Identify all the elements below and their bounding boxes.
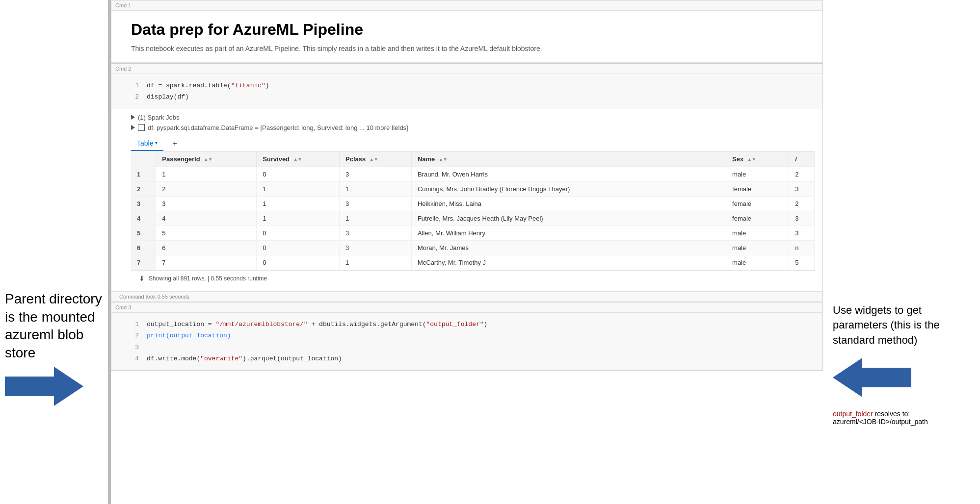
cell-name: McCarthy, Mr. Timothy J — [411, 255, 726, 270]
df-info[interactable]: df: pyspark.sql.dataframe.DataFrame = [P… — [131, 124, 815, 131]
code-line-2: 2 display(df) — [131, 91, 815, 102]
cell-rownum: 7 — [131, 255, 156, 270]
cell-sex: male — [726, 167, 789, 181]
left-arrow — [5, 367, 83, 406]
cell-passengerid: 3 — [156, 196, 257, 211]
right-arrow — [833, 358, 970, 397]
cell-passengerid: 1 — [156, 167, 257, 181]
spark-jobs[interactable]: (1) Spark Jobs — [131, 114, 815, 121]
cell-rownum: 2 — [131, 181, 156, 196]
cell-pclass: 3 — [340, 167, 412, 181]
notebook-subtitle: This notebook executes as part of an Azu… — [131, 45, 808, 52]
code-cell-2[interactable]: 1 df = spark.read.table("titanic") 2 dis… — [111, 74, 822, 109]
cell-name: Cumings, Mrs. John Bradley (Florence Bri… — [411, 181, 726, 196]
notebook-area: Cmd 1 Data prep for AzureML Pipeline Thi… — [111, 0, 823, 504]
cmd3-label: Cmd 3 — [111, 302, 822, 313]
col-header-survived[interactable]: Survived ▲▼ — [257, 151, 340, 167]
sort-arrows-name: ▲▼ — [439, 157, 448, 162]
cell-passengerid: 4 — [156, 211, 257, 226]
table-header-row: PassengerId ▲▼ Survived ▲▼ Pclass ▲▼ — [131, 151, 815, 167]
table-row: 6 6 0 3 Moran, Mr. James male n — [131, 240, 815, 255]
cell-survived: 0 — [257, 167, 340, 181]
tab-add-button[interactable]: + — [167, 136, 182, 151]
cell-passengerid: 7 — [156, 255, 257, 270]
cell-pclass: 1 — [340, 255, 412, 270]
cmd2-timing: Command took 0.55 seconds — [111, 291, 822, 302]
table-row: 4 4 1 1 Futrelle, Mrs. Jacques Heath (Li… — [131, 211, 815, 226]
table-body: 1 1 0 3 Braund, Mr. Owen Harris male 2 2… — [131, 167, 815, 270]
tab-table-label: Table — [137, 139, 153, 147]
table-row: 1 1 0 3 Braund, Mr. Owen Harris male 2 — [131, 167, 815, 181]
col-header-name[interactable]: Name ▲▼ — [411, 151, 726, 167]
cmd1-label: Cmd 1 — [111, 0, 822, 11]
title-cell: Data prep for AzureML Pipeline This note… — [111, 11, 822, 63]
col-header-passengerid[interactable]: PassengerId ▲▼ — [156, 151, 257, 167]
table-tabs: Table ▾ + — [131, 136, 815, 151]
code-cell-3[interactable]: 1 output_location = "/mnt/azuremlblobsto… — [111, 313, 822, 371]
arrow-head — [54, 367, 83, 406]
main-content: Cmd 1 Data prep for AzureML Pipeline Thi… — [108, 0, 823, 504]
cell-rownum: 6 — [131, 240, 156, 255]
table-row: 2 2 1 1 Cumings, Mrs. John Bradley (Flor… — [131, 181, 815, 196]
code-text-1: df = spark.read.table("titanic") — [147, 80, 269, 91]
right-annotation: Use widgets to get parameters (this is t… — [823, 0, 980, 504]
arrow-body — [5, 377, 54, 396]
sort-arrows-survived: ▲▼ — [293, 157, 302, 162]
notebook-title: Data prep for AzureML Pipeline — [131, 21, 808, 39]
cell-name: Heikkinen, Miss. Laina — [411, 196, 726, 211]
cmd3-cell: Cmd 3 1 output_location = "/mnt/azuremlb… — [111, 302, 823, 371]
cell-pclass: 1 — [340, 211, 412, 226]
table-row: 7 7 0 1 McCarthy, Mr. Timothy J male 5 — [131, 255, 815, 270]
cmd3-linenum-3: 3 — [131, 342, 139, 353]
cell-name: Braund, Mr. Owen Harris — [411, 167, 726, 181]
table-row: 3 3 1 3 Heikkinen, Miss. Laina female 2 — [131, 196, 815, 211]
cell-extra: 2 — [789, 196, 815, 211]
sort-arrows-sex: ▲▼ — [747, 157, 756, 162]
chevron-down-icon: ▾ — [155, 140, 158, 146]
line-num-2: 2 — [131, 91, 139, 102]
code-text-2: display(df) — [147, 91, 189, 102]
footer-text: Showing all 891 rows. | 0.55 seconds run… — [149, 275, 267, 282]
line-num-1: 1 — [131, 80, 139, 91]
cell-survived: 1 — [257, 211, 340, 226]
col-header-rownum[interactable] — [131, 151, 156, 167]
left-annotation: Parent directory is the mounted azureml … — [0, 0, 108, 504]
cell-extra: 5 — [789, 255, 815, 270]
left-annotation-text: Parent directory is the mounted azureml … — [5, 290, 103, 362]
download-icon[interactable]: ⬇ — [139, 275, 145, 282]
data-table-wrapper: PassengerId ▲▼ Survived ▲▼ Pclass ▲▼ — [131, 151, 815, 271]
cell-extra: 3 — [789, 181, 815, 196]
cell-extra: n — [789, 240, 815, 255]
cmd2-cell: Cmd 2 1 df = spark.read.table("titanic")… — [111, 63, 823, 302]
cmd3-line-2: 2 print(output_location) — [131, 330, 815, 341]
table-small-icon — [138, 124, 145, 131]
cell-pclass: 1 — [340, 181, 412, 196]
cmd3-text-1: output_location = "/mnt/azuremlblobstore… — [147, 319, 487, 330]
cell-rownum: 3 — [131, 196, 156, 211]
cell-passengerid: 6 — [156, 240, 257, 255]
cell-sex: female — [726, 181, 789, 196]
right-note: output_folder resolves to:azureml/<JOB-I… — [833, 410, 970, 426]
cell-sex: male — [726, 226, 789, 240]
sort-arrows-passengerid: ▲▼ — [204, 157, 212, 162]
right-note-link: output_folder — [833, 410, 873, 418]
cmd2-label: Cmd 2 — [111, 64, 822, 74]
tab-table[interactable]: Table ▾ — [131, 136, 163, 151]
output-area: (1) Spark Jobs df: pyspark.sql.dataframe… — [111, 109, 822, 291]
cmd3-line-4: 4 df.write.mode("overwrite").parquet(out… — [131, 353, 815, 364]
cmd3-text-4: df.write.mode("overwrite").parquet(outpu… — [147, 353, 342, 364]
cell-extra: 3 — [789, 211, 815, 226]
cell-name: Allen, Mr. William Henry — [411, 226, 726, 240]
cell-name: Futrelle, Mrs. Jacques Heath (Lily May P… — [411, 211, 726, 226]
cell-pclass: 3 — [340, 226, 412, 240]
cell-sex: male — [726, 240, 789, 255]
data-table: PassengerId ▲▼ Survived ▲▼ Pclass ▲▼ — [131, 151, 815, 270]
cell-rownum: 5 — [131, 226, 156, 240]
col-header-extra: / — [789, 151, 815, 167]
cell-rownum: 1 — [131, 167, 156, 181]
col-header-pclass[interactable]: Pclass ▲▼ — [340, 151, 412, 167]
table-footer: ⬇ Showing all 891 rows. | 0.55 seconds r… — [131, 271, 815, 286]
cell-survived: 1 — [257, 196, 340, 211]
df-info-text: df: pyspark.sql.dataframe.DataFrame = [P… — [148, 124, 408, 131]
col-header-sex[interactable]: Sex ▲▼ — [726, 151, 789, 167]
